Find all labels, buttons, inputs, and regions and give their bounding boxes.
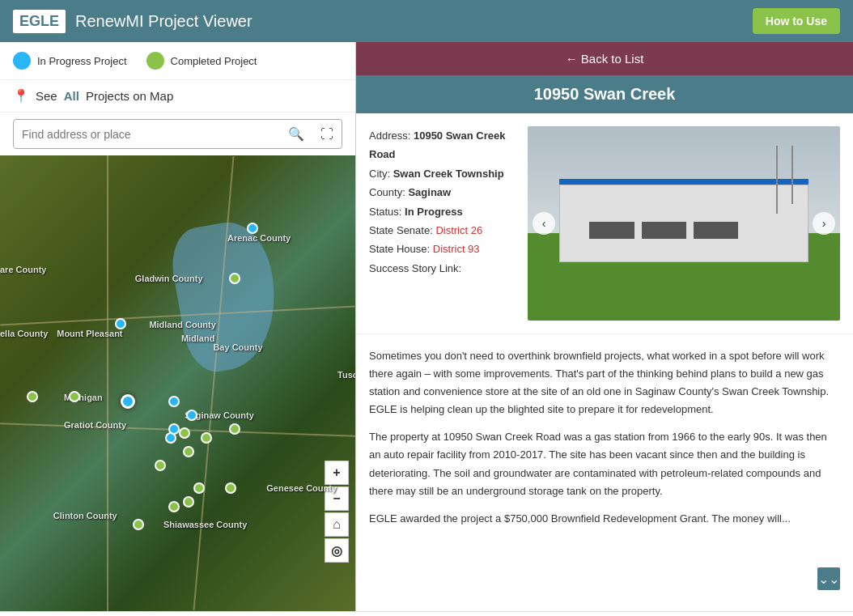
senate-value[interactable]: District 26	[435, 224, 482, 236]
app-title: RenewMI Project Viewer	[75, 12, 253, 31]
scroll-down-button[interactable]: ⌄⌄	[817, 567, 840, 590]
senate-row: State Senate: District 26	[369, 221, 515, 240]
legend: In Progress Project Completed Project	[0, 42, 355, 80]
search-bar: 🔍 ⛶	[13, 119, 342, 149]
main-layout: In Progress Project Completed Project 📍 …	[0, 42, 853, 611]
in-progress-label: In Progress Project	[37, 55, 127, 67]
map-pin-10[interactable]	[201, 432, 212, 444]
success-row: Success Story Link:	[369, 259, 515, 278]
image-next-button[interactable]: ›	[813, 212, 835, 235]
map-pin-2[interactable]	[168, 396, 180, 407]
building-scene	[528, 126, 840, 321]
map-pin-17[interactable]	[168, 501, 180, 512]
power-pole	[791, 146, 793, 204]
map-pin-6[interactable]	[229, 273, 240, 284]
legend-completed: Completed Project	[146, 52, 257, 70]
project-image: ‹ ›	[528, 126, 840, 321]
map-area[interactable]: + − ⌂ ◎ Arenac CountyGladwin CountyBay C…	[0, 155, 355, 611]
power-pole-2	[776, 146, 778, 214]
map-pin-16[interactable]	[225, 482, 236, 494]
senate-label: State Senate:	[369, 224, 433, 236]
map-pin-9[interactable]	[229, 423, 240, 435]
location-icon: 📍	[13, 88, 29, 104]
map-pin-5[interactable]	[168, 423, 180, 435]
egle-logo: EGLE	[13, 10, 66, 33]
building-door-2	[642, 222, 686, 239]
map-controls: + − ⌂ ◎	[325, 461, 349, 563]
map-pin-14[interactable]	[193, 482, 205, 494]
map-pin-3[interactable]	[186, 410, 197, 421]
house-label: State House:	[369, 243, 430, 255]
zoom-out-button[interactable]: −	[325, 486, 349, 511]
status-label: Status:	[369, 206, 401, 218]
status-row: Status: In Progress	[369, 202, 515, 221]
map-pin-18[interactable]	[133, 519, 144, 530]
home-button[interactable]: ⌂	[325, 512, 349, 537]
map-pin-12[interactable]	[183, 446, 194, 457]
search-input[interactable]	[14, 121, 280, 147]
road-3	[107, 155, 108, 611]
left-panel: In Progress Project Completed Project 📍 …	[0, 42, 356, 611]
status-value: In Progress	[405, 206, 463, 218]
see-all-link-text: All	[64, 89, 79, 103]
header: EGLE RenewMI Project Viewer How to Use	[0, 0, 853, 42]
search-button[interactable]: 🔍	[280, 120, 312, 148]
city-row: City: Swan Creek Township	[369, 164, 515, 183]
description-para-2: The property at 10950 Swan Creek Road wa…	[369, 428, 840, 499]
see-all-projects-link[interactable]: 📍 See All Projects on Map	[0, 80, 355, 113]
see-all-suffix: Projects on Map	[86, 89, 173, 103]
right-panel: ← Back to List 10950 Swan Creek Address:…	[356, 42, 853, 611]
house-row: State House: District 93	[369, 240, 515, 258]
description-para-3: EGLE awarded the project a $750,000 Brow…	[369, 510, 840, 528]
legend-in-progress: In Progress Project	[13, 52, 127, 70]
in-progress-dot	[13, 52, 31, 70]
logo-area: EGLE RenewMI Project Viewer	[13, 10, 253, 33]
building-door-1	[589, 222, 634, 239]
map-background	[0, 155, 355, 611]
completed-dot	[146, 52, 164, 70]
success-label: Success Story Link:	[369, 262, 461, 274]
map-pin-11[interactable]	[179, 427, 190, 439]
map-pin-8[interactable]	[27, 391, 38, 402]
project-details: Address: 10950 Swan Creek Road City: Swa…	[356, 113, 853, 334]
map-pin-7[interactable]	[69, 391, 80, 402]
building	[559, 185, 809, 262]
building-door-3	[694, 222, 738, 239]
description-para-1: Sometimes you don't need to overthink br…	[369, 347, 840, 418]
zoom-in-button[interactable]: +	[325, 461, 349, 485]
house-value[interactable]: District 93	[433, 243, 480, 255]
city-value: Swan Creek Township	[393, 168, 504, 180]
county-row: County: Saginaw	[369, 183, 515, 202]
map-pin-19[interactable]	[247, 223, 258, 234]
city-label: City:	[369, 168, 390, 180]
expand-map-button[interactable]: ⛶	[312, 121, 342, 148]
image-prev-button[interactable]: ‹	[533, 212, 555, 235]
county-label: County:	[369, 186, 405, 198]
address-label: Address:	[369, 130, 410, 142]
how-to-use-button[interactable]: How to Use	[753, 8, 840, 34]
project-title: 10950 Swan Creek	[356, 75, 853, 113]
footer: Michigan.gov/EGLE Copyright 2021 State o…	[0, 611, 853, 616]
map-pin-15[interactable]	[183, 496, 194, 508]
back-to-list-button[interactable]: ← Back to List	[356, 42, 853, 75]
county-value: Saginaw	[408, 186, 451, 198]
see-all-prefix: See	[36, 89, 57, 103]
map-pin-13[interactable]	[155, 460, 166, 471]
completed-label: Completed Project	[171, 55, 257, 67]
locate-button[interactable]: ◎	[325, 538, 349, 563]
map-pin-0[interactable]	[121, 394, 135, 409]
map-pin-1[interactable]	[115, 318, 126, 329]
project-description: Sometimes you don't need to overthink br…	[356, 334, 853, 611]
address-row: Address: 10950 Swan Creek Road	[369, 126, 515, 164]
project-info: Address: 10950 Swan Creek Road City: Swa…	[369, 126, 515, 321]
